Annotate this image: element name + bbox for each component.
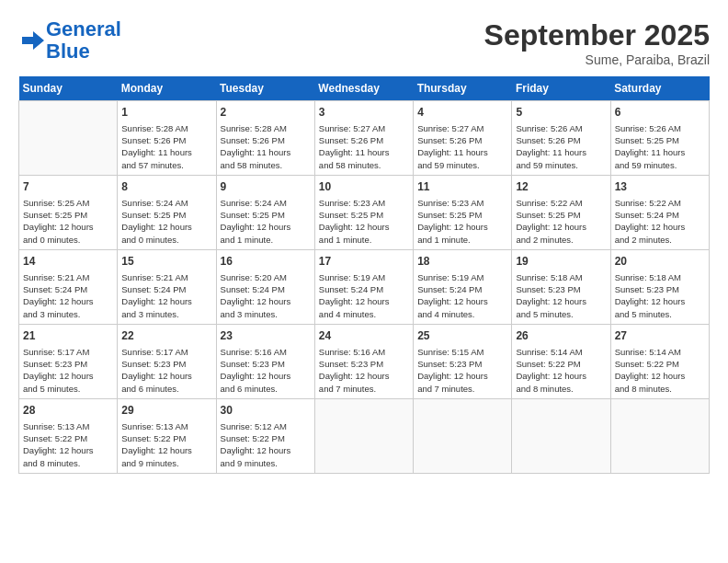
day-number: 4 (417, 105, 507, 121)
day-info: Sunrise: 5:28 AMSunset: 5:26 PMDaylight:… (221, 122, 311, 171)
day-number: 14 (23, 254, 113, 270)
calendar-cell: 27Sunrise: 5:14 AMSunset: 5:22 PMDayligh… (610, 324, 709, 398)
day-info: Sunrise: 5:18 AMSunset: 5:23 PMDaylight:… (615, 271, 705, 320)
weekday-header: Thursday (414, 76, 512, 101)
day-number: 3 (319, 105, 409, 121)
day-number: 17 (319, 254, 409, 270)
calendar-cell: 15Sunrise: 5:21 AMSunset: 5:24 PMDayligh… (118, 249, 216, 324)
day-number: 8 (121, 179, 211, 195)
calendar-cell: 4Sunrise: 5:27 AMSunset: 5:26 PMDaylight… (414, 101, 512, 176)
calendar-cell: 5Sunrise: 5:26 AMSunset: 5:26 PMDaylight… (512, 101, 610, 176)
day-info: Sunrise: 5:21 AMSunset: 5:24 PMDaylight:… (23, 271, 113, 320)
weekday-header: Saturday (610, 76, 709, 101)
day-info: Sunrise: 5:25 AMSunset: 5:25 PMDaylight:… (23, 197, 113, 246)
day-number: 28 (23, 403, 113, 419)
calendar-week-row: 7Sunrise: 5:25 AMSunset: 5:25 PMDaylight… (19, 175, 710, 249)
day-info: Sunrise: 5:24 AMSunset: 5:25 PMDaylight:… (121, 197, 211, 246)
calendar-cell: 25Sunrise: 5:15 AMSunset: 5:23 PMDayligh… (414, 324, 512, 398)
weekday-header: Wednesday (314, 76, 413, 101)
logo-icon (18, 28, 44, 53)
day-info: Sunrise: 5:16 AMSunset: 5:23 PMDaylight:… (221, 346, 311, 395)
calendar-cell: 22Sunrise: 5:17 AMSunset: 5:23 PMDayligh… (118, 324, 216, 398)
calendar-cell: 30Sunrise: 5:12 AMSunset: 5:22 PMDayligh… (216, 398, 314, 473)
day-number: 30 (221, 403, 311, 419)
day-info: Sunrise: 5:23 AMSunset: 5:25 PMDaylight:… (319, 197, 409, 246)
day-number: 26 (516, 328, 606, 344)
day-number: 20 (615, 254, 705, 270)
calendar-cell: 24Sunrise: 5:16 AMSunset: 5:23 PMDayligh… (314, 324, 413, 398)
calendar-cell: 18Sunrise: 5:19 AMSunset: 5:24 PMDayligh… (414, 249, 512, 324)
calendar-cell: 2Sunrise: 5:28 AMSunset: 5:26 PMDaylight… (216, 101, 314, 176)
day-info: Sunrise: 5:13 AMSunset: 5:22 PMDaylight:… (121, 420, 211, 469)
day-info: Sunrise: 5:19 AMSunset: 5:24 PMDaylight:… (417, 271, 507, 320)
calendar-cell: 29Sunrise: 5:13 AMSunset: 5:22 PMDayligh… (118, 398, 216, 473)
calendar-cell (414, 398, 512, 473)
calendar-table: SundayMondayTuesdayWednesdayThursdayFrid… (18, 76, 710, 474)
calendar-cell: 28Sunrise: 5:13 AMSunset: 5:22 PMDayligh… (19, 398, 118, 473)
calendar-cell: 3Sunrise: 5:27 AMSunset: 5:26 PMDaylight… (314, 101, 413, 176)
calendar-cell: 14Sunrise: 5:21 AMSunset: 5:24 PMDayligh… (19, 249, 118, 324)
calendar-cell: 20Sunrise: 5:18 AMSunset: 5:23 PMDayligh… (610, 249, 709, 324)
day-number: 5 (516, 105, 606, 121)
calendar-cell: 8Sunrise: 5:24 AMSunset: 5:25 PMDaylight… (118, 175, 216, 249)
calendar-cell: 16Sunrise: 5:20 AMSunset: 5:24 PMDayligh… (216, 249, 314, 324)
day-info: Sunrise: 5:17 AMSunset: 5:23 PMDaylight:… (23, 346, 113, 395)
day-info: Sunrise: 5:15 AMSunset: 5:23 PMDaylight:… (417, 346, 507, 395)
day-info: Sunrise: 5:28 AMSunset: 5:26 PMDaylight:… (121, 122, 211, 171)
weekday-header: Friday (512, 76, 610, 101)
day-info: Sunrise: 5:13 AMSunset: 5:22 PMDaylight:… (23, 420, 113, 469)
day-info: Sunrise: 5:24 AMSunset: 5:25 PMDaylight:… (221, 197, 311, 246)
day-number: 1 (121, 105, 211, 121)
day-info: Sunrise: 5:22 AMSunset: 5:24 PMDaylight:… (615, 197, 705, 246)
calendar-cell: 17Sunrise: 5:19 AMSunset: 5:24 PMDayligh… (314, 249, 413, 324)
calendar-cell: 12Sunrise: 5:22 AMSunset: 5:25 PMDayligh… (512, 175, 610, 249)
day-number: 10 (319, 179, 409, 195)
day-number: 2 (221, 105, 311, 121)
day-number: 29 (121, 403, 211, 419)
calendar-cell: 9Sunrise: 5:24 AMSunset: 5:25 PMDaylight… (216, 175, 314, 249)
logo-text: General Blue (46, 18, 121, 63)
day-number: 22 (121, 328, 211, 344)
month-title: September 2025 Sume, Paraiba, Brazil (484, 18, 710, 67)
day-info: Sunrise: 5:18 AMSunset: 5:23 PMDaylight:… (516, 271, 606, 320)
day-info: Sunrise: 5:14 AMSunset: 5:22 PMDaylight:… (615, 346, 705, 395)
day-number: 6 (615, 105, 705, 121)
calendar-cell: 21Sunrise: 5:17 AMSunset: 5:23 PMDayligh… (19, 324, 118, 398)
calendar-cell: 10Sunrise: 5:23 AMSunset: 5:25 PMDayligh… (314, 175, 413, 249)
calendar-cell: 7Sunrise: 5:25 AMSunset: 5:25 PMDaylight… (19, 175, 118, 249)
day-number: 16 (221, 254, 311, 270)
day-info: Sunrise: 5:16 AMSunset: 5:23 PMDaylight:… (319, 346, 409, 395)
day-number: 11 (417, 179, 507, 195)
calendar-week-row: 28Sunrise: 5:13 AMSunset: 5:22 PMDayligh… (19, 398, 710, 473)
location: Sume, Paraiba, Brazil (484, 52, 710, 67)
logo-line2: Blue (46, 40, 90, 63)
day-number: 7 (23, 179, 113, 195)
calendar-cell: 26Sunrise: 5:14 AMSunset: 5:22 PMDayligh… (512, 324, 610, 398)
day-number: 15 (121, 254, 211, 270)
day-info: Sunrise: 5:21 AMSunset: 5:24 PMDaylight:… (121, 271, 211, 320)
day-info: Sunrise: 5:26 AMSunset: 5:25 PMDaylight:… (615, 122, 705, 171)
logo: General Blue (18, 18, 121, 63)
calendar-header: SundayMondayTuesdayWednesdayThursdayFrid… (19, 76, 710, 101)
day-number: 27 (615, 328, 705, 344)
day-info: Sunrise: 5:22 AMSunset: 5:25 PMDaylight:… (516, 197, 606, 246)
day-number: 18 (417, 254, 507, 270)
day-info: Sunrise: 5:26 AMSunset: 5:26 PMDaylight:… (516, 122, 606, 171)
day-number: 19 (516, 254, 606, 270)
calendar-cell (19, 101, 118, 176)
day-info: Sunrise: 5:14 AMSunset: 5:22 PMDaylight:… (516, 346, 606, 395)
month-year: September 2025 (484, 18, 710, 52)
calendar-cell (610, 398, 709, 473)
weekday-header: Monday (118, 76, 216, 101)
calendar-cell: 13Sunrise: 5:22 AMSunset: 5:24 PMDayligh… (610, 175, 709, 249)
weekday-row: SundayMondayTuesdayWednesdayThursdayFrid… (19, 76, 710, 101)
calendar-week-row: 21Sunrise: 5:17 AMSunset: 5:23 PMDayligh… (19, 324, 710, 398)
calendar-body: 1Sunrise: 5:28 AMSunset: 5:26 PMDaylight… (19, 101, 710, 474)
day-info: Sunrise: 5:12 AMSunset: 5:22 PMDaylight:… (221, 420, 311, 469)
day-info: Sunrise: 5:27 AMSunset: 5:26 PMDaylight:… (417, 122, 507, 171)
calendar-cell: 11Sunrise: 5:23 AMSunset: 5:25 PMDayligh… (414, 175, 512, 249)
page-header: General Blue September 2025 Sume, Paraib… (18, 18, 710, 67)
day-number: 13 (615, 179, 705, 195)
calendar-cell: 1Sunrise: 5:28 AMSunset: 5:26 PMDaylight… (118, 101, 216, 176)
weekday-header: Tuesday (216, 76, 314, 101)
